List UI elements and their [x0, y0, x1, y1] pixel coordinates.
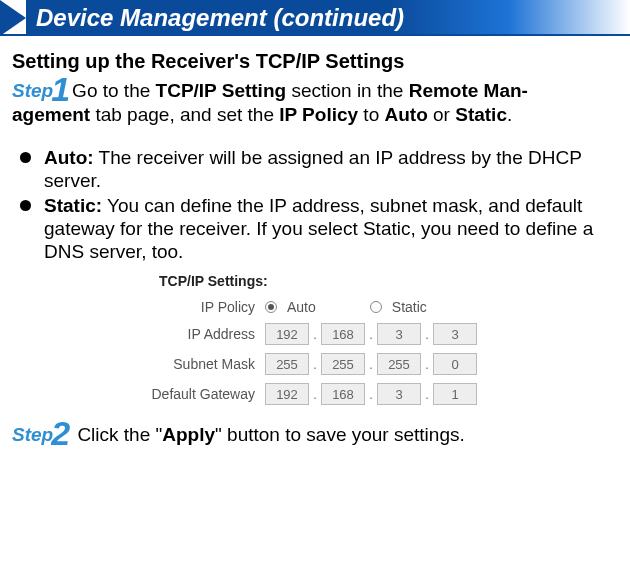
step-2-text-a: Click the "	[72, 424, 162, 445]
ip-address-octets: 192. 168. 3. 3	[265, 323, 477, 345]
step-1-bold-5: Static	[455, 104, 507, 125]
subnet-mask-octet-4[interactable]: 0	[433, 353, 477, 375]
default-gateway-octet-1[interactable]: 192	[265, 383, 309, 405]
subnet-mask-octet-1[interactable]: 255	[265, 353, 309, 375]
bullet-static: Static: You can define the IP address, s…	[20, 194, 618, 264]
dot-icon: .	[365, 327, 377, 342]
dot-icon: .	[309, 387, 321, 402]
row-ip-policy: IP Policy Auto Static	[115, 299, 515, 315]
step-1-text-f: .	[507, 104, 512, 125]
row-subnet-mask: Subnet Mask 255. 255. 255. 0	[115, 353, 515, 375]
bullet-list: Auto: The receiver will be assigned an I…	[12, 146, 618, 264]
label-subnet-mask: Subnet Mask	[115, 356, 265, 372]
step-1-bold-3: IP Policy	[279, 104, 358, 125]
dot-icon: .	[421, 357, 433, 372]
row-ip-address: IP Address 192. 168. 3. 3	[115, 323, 515, 345]
step-1-block: Step1Go to the TCP/IP Setting section in…	[12, 79, 618, 128]
ip-address-octet-4[interactable]: 3	[433, 323, 477, 345]
default-gateway-octet-2[interactable]: 168	[321, 383, 365, 405]
step-1-bold-1: TCP/IP Setting	[156, 80, 287, 101]
dot-icon: .	[421, 387, 433, 402]
step-1-number: 1	[51, 70, 70, 108]
radio-static-label: Static	[392, 299, 427, 315]
step-1-bold-2: Remote Man-	[409, 80, 528, 101]
step-1-label: Step	[12, 80, 53, 101]
bullet-auto-text: The receiver will be assigned an IP addr…	[44, 147, 582, 191]
dot-icon: .	[309, 327, 321, 342]
dot-icon: .	[365, 387, 377, 402]
dot-icon: .	[365, 357, 377, 372]
step-2-number: 2	[51, 414, 70, 452]
content-area: Setting up the Receiver's TCP/IP Setting…	[0, 36, 630, 448]
step-1-text-b: section in the	[286, 80, 409, 101]
row-default-gateway: Default Gateway 192. 168. 3. 1	[115, 383, 515, 405]
section-title: Setting up the Receiver's TCP/IP Setting…	[12, 50, 618, 73]
subnet-mask-octet-3[interactable]: 255	[377, 353, 421, 375]
label-default-gateway: Default Gateway	[115, 386, 265, 402]
ip-address-octet-3[interactable]: 3	[377, 323, 421, 345]
step-2-bold-1: Apply	[162, 424, 215, 445]
subnet-mask-octet-2[interactable]: 255	[321, 353, 365, 375]
step-1-text-d: to	[358, 104, 384, 125]
tcpip-settings-panel: TCP/IP Settings: IP Policy Auto Static I…	[115, 273, 515, 405]
header-arrow-icon	[0, 0, 26, 36]
dot-icon: .	[421, 327, 433, 342]
dot-icon: .	[309, 357, 321, 372]
bullet-auto: Auto: The receiver will be assigned an I…	[20, 146, 618, 192]
default-gateway-octet-4[interactable]: 1	[433, 383, 477, 405]
bullet-static-text: You can define the IP address, subnet ma…	[44, 195, 593, 262]
label-ip-address: IP Address	[115, 326, 265, 342]
default-gateway-octets: 192. 168. 3. 1	[265, 383, 477, 405]
bullet-auto-label: Auto:	[44, 147, 94, 168]
step-2-block: Step2 Click the "Apply" button to save y…	[12, 423, 618, 447]
panel-title: TCP/IP Settings:	[115, 273, 515, 289]
label-ip-policy: IP Policy	[115, 299, 265, 315]
ip-address-octet-1[interactable]: 192	[265, 323, 309, 345]
subnet-mask-octets: 255. 255. 255. 0	[265, 353, 477, 375]
step-2-text-b: " button to save your settings.	[215, 424, 465, 445]
default-gateway-octet-3[interactable]: 3	[377, 383, 421, 405]
header-bar: Device Management (continued)	[0, 0, 630, 36]
ip-policy-radio-group: Auto Static	[265, 299, 427, 315]
step-1-text-c: tab page, and set the	[90, 104, 279, 125]
radio-auto[interactable]	[265, 301, 277, 313]
bullet-static-label: Static:	[44, 195, 102, 216]
page-title: Device Management (continued)	[26, 0, 630, 34]
step-2-label: Step	[12, 424, 53, 445]
radio-auto-label: Auto	[287, 299, 316, 315]
step-1-text-a: Go to the	[72, 80, 155, 101]
radio-static[interactable]	[370, 301, 382, 313]
ip-address-octet-2[interactable]: 168	[321, 323, 365, 345]
step-1-bold-4: Auto	[385, 104, 428, 125]
step-1-text-e: or	[428, 104, 455, 125]
